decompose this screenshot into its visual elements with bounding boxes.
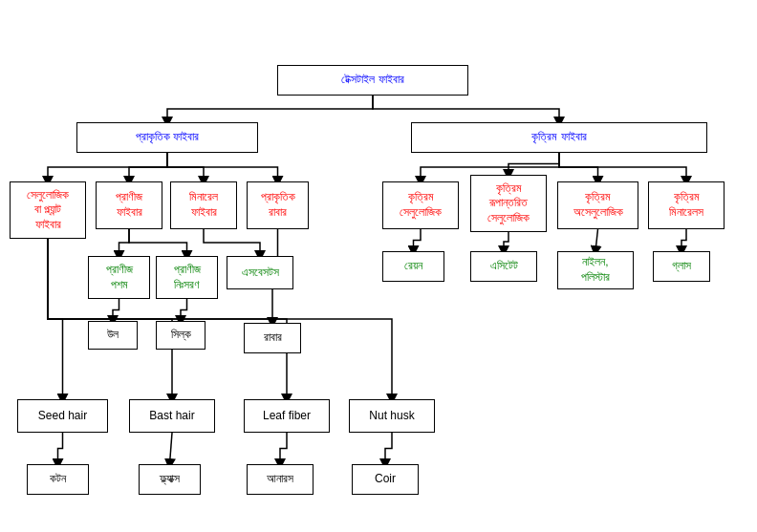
node-mannoncel: কৃত্রিমঅসেলুলোজিক — [557, 181, 638, 229]
node-basthair: Bast hair — [129, 399, 215, 433]
node-manregcel: কৃত্রিমরূপান্তরিতসেলুলোজিক — [470, 175, 547, 232]
node-natural: প্রাকৃতিক ফাইবার — [76, 122, 258, 153]
node-ananas: আনারস — [247, 464, 314, 495]
node-root: টেক্সটাইল ফাইবার — [277, 65, 468, 96]
node-glass: গ্লাস — [653, 251, 710, 282]
node-mineral: মিনারেলফাইবার — [170, 181, 237, 229]
node-cellulosic: সেলুলোজিকবা প্ল্যান্টফাইবার — [10, 181, 86, 239]
node-animal: প্রাণীজফাইবার — [96, 181, 162, 229]
node-flax: ফ্ল্যাক্স — [139, 464, 201, 495]
node-ul: উল — [88, 321, 138, 350]
node-natrubb: প্রাকৃতিকরাবার — [247, 181, 309, 229]
node-animwool: প্রাণীজপশম — [88, 256, 150, 299]
node-manmade: কৃত্রিম ফাইবার — [411, 122, 707, 153]
node-rayon: রেয়ন — [382, 251, 444, 282]
node-asbestos: এসবেসটস — [227, 256, 293, 289]
node-mancel: কৃত্রিমসেলুলোজিক — [382, 181, 459, 229]
node-rubber: রাবার — [244, 323, 301, 353]
node-leaffiber: Leaf fiber — [244, 399, 330, 433]
page: টেক্সটাইল ফাইবারপ্রাকৃতিক ফাইবারকৃত্রিম … — [0, 0, 757, 532]
node-nylon: নাইলন,পলিস্টার — [557, 251, 634, 289]
node-silk: সিল্ক — [156, 321, 205, 350]
node-manmin: কৃত্রিমমিনারেলস — [648, 181, 725, 229]
node-seedhair: Seed hair — [17, 399, 108, 433]
node-animsec: প্রাণীজনিঃসরণ — [156, 256, 218, 299]
node-acetate: এসিটেট — [470, 251, 537, 282]
node-cotton: কটন — [27, 464, 89, 495]
node-coir: Coir — [352, 464, 419, 495]
node-nuthusk: Nut husk — [349, 399, 435, 433]
